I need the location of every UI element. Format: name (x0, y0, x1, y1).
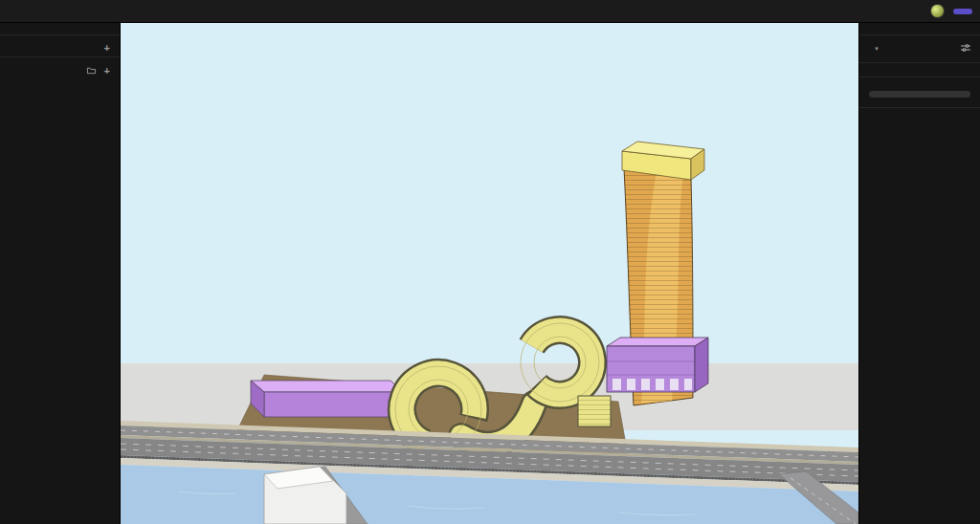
folder-add-icon[interactable] (86, 65, 97, 77)
site-metric (859, 63, 980, 76)
sliders-icon[interactable] (960, 42, 971, 55)
share-button[interactable] (953, 9, 972, 14)
add-view-icon[interactable]: + (104, 66, 110, 76)
building-area-bar (869, 91, 970, 98)
building-section-header (859, 77, 980, 88)
retail-building (607, 338, 708, 392)
preset-selector[interactable]: ▼ (859, 35, 980, 62)
left-sidebar: + + (0, 23, 121, 524)
app-window: + + (0, 0, 980, 524)
boards-section-header: + (0, 35, 120, 56)
viewport-3d[interactable] (121, 23, 858, 524)
views-tree (0, 80, 120, 85)
area-types-header (859, 108, 980, 119)
add-board-icon[interactable]: + (104, 43, 110, 54)
topbar-right (930, 4, 972, 18)
top-toolbar (0, 0, 980, 23)
scene-canvas (121, 23, 858, 524)
chevron-down-icon: ▼ (874, 46, 880, 52)
metrics-panel: ▼ (858, 23, 980, 524)
tower-podium (251, 381, 404, 417)
user-avatar[interactable] (930, 4, 945, 18)
views-section-header: + (0, 57, 120, 80)
